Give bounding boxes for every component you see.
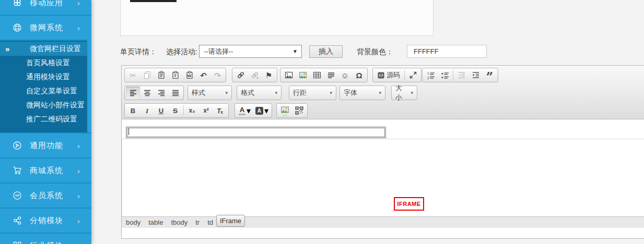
editor-content-area[interactable]: IFRAME IFrame body table tbody tr td xyxy=(122,119,644,228)
unlink-button[interactable] xyxy=(248,69,262,81)
cut-button[interactable]: ✂ xyxy=(126,69,140,81)
qrcode-icon xyxy=(295,106,303,115)
align-center-button[interactable] xyxy=(140,87,154,99)
style-dropdown[interactable]: 样式 ▾ xyxy=(188,86,232,100)
outdent-button[interactable] xyxy=(454,69,469,81)
sidebar-subitem-custom-menu[interactable]: 自定义菜单设置 xyxy=(0,84,87,98)
sidebar-subitem-column-settings[interactable]: » 微官网栏目设置 xyxy=(0,42,87,56)
strikethrough-button[interactable]: S xyxy=(168,104,182,117)
toolbar-row-1: ✂ T W ↶ ↷ xyxy=(122,67,644,83)
double-chevron-icon: » xyxy=(5,42,9,56)
align-center-icon xyxy=(143,89,151,97)
smiley-button[interactable]: ☺ xyxy=(338,69,352,81)
path-item-tr[interactable]: tr xyxy=(195,218,200,226)
link-icon xyxy=(237,71,245,79)
sidebar-submenu: » 微官网栏目设置 首页风格设置 通用模块设置 自定义菜单设置 微网站小部件设置… xyxy=(0,40,87,132)
image-button[interactable] xyxy=(282,69,296,81)
superscript-icon: x² xyxy=(203,107,209,114)
paste-icon xyxy=(157,71,166,79)
path-item-body[interactable]: body xyxy=(126,218,140,226)
sidebar-item-mobile-apps[interactable]: 移动应用 › xyxy=(0,0,91,15)
sidebar-item-distribution-module[interactable]: 分销模块 › xyxy=(0,208,91,233)
align-right-button[interactable] xyxy=(154,87,168,99)
sidebar-subitem-widget[interactable]: 微网站小部件设置 xyxy=(0,98,87,112)
redo-button[interactable]: ↷ xyxy=(210,69,225,81)
link-button[interactable] xyxy=(233,69,248,81)
sidebar-subitem-label: 自定义菜单设置 xyxy=(26,87,77,95)
share-icon xyxy=(13,216,22,225)
bg-color-input[interactable] xyxy=(407,45,487,58)
toolbar-separator xyxy=(404,70,405,80)
sidebar-subitem-qrcode-promo[interactable]: 推广二维码设置 xyxy=(0,112,87,126)
horizontal-rule-button[interactable] xyxy=(324,69,338,81)
element-path-bar: body table tbody tr td xyxy=(122,216,644,228)
superscript-button[interactable]: x² xyxy=(199,104,213,117)
image-slider-button[interactable]: ‹ › xyxy=(278,104,292,117)
qrcode-button[interactable] xyxy=(292,104,306,117)
indent-icon xyxy=(472,71,480,79)
path-item-tbody[interactable]: tbody xyxy=(171,218,188,226)
table-button[interactable] xyxy=(310,69,324,81)
format-dropdown[interactable]: 格式 ▾ xyxy=(237,86,282,100)
sidebar-subitem-home-style[interactable]: 首页风格设置 xyxy=(0,56,87,70)
sidebar-item-member-system[interactable]: VIP 会员系统 › xyxy=(0,182,91,208)
bold-icon: B xyxy=(131,107,135,114)
iframe-tooltip: IFrame xyxy=(216,215,245,227)
special-char-button[interactable]: Ω xyxy=(352,69,366,81)
path-item-table[interactable]: table xyxy=(148,218,163,226)
bg-color-button[interactable]: A ▾ xyxy=(253,104,271,117)
bold-button[interactable]: B xyxy=(126,104,140,117)
page-detail-label: 单页详情： xyxy=(120,47,157,57)
italic-button[interactable]: I xyxy=(140,104,154,117)
chevron-right-icon: › xyxy=(77,241,80,244)
anchor-button[interactable]: ⚑ xyxy=(262,69,276,81)
indent-button[interactable] xyxy=(469,69,483,81)
subscript-button[interactable]: x₂ xyxy=(185,104,199,117)
apps-icon xyxy=(13,0,22,7)
sidebar-item-industry-module[interactable]: 行业模块 › xyxy=(0,233,91,244)
font-size-dropdown[interactable]: 大小 ▾ xyxy=(391,86,417,100)
cropped-dark-element xyxy=(130,0,177,2)
remove-format-sub: x xyxy=(220,109,223,115)
paste-as-text-button[interactable]: T xyxy=(168,69,182,81)
editor-toolbar: ✂ T W ↶ ↷ xyxy=(122,66,644,119)
image-upload-button[interactable] xyxy=(296,69,310,81)
maximize-button[interactable] xyxy=(406,69,420,81)
justify-button[interactable] xyxy=(168,87,182,99)
align-left-button[interactable] xyxy=(126,87,140,99)
select-activity-label: 选择活动: xyxy=(166,47,197,57)
undo-button[interactable]: ↶ xyxy=(196,69,210,81)
sidebar-item-mall-system[interactable]: 商城系统 › xyxy=(0,157,91,182)
paste-button[interactable] xyxy=(154,69,168,81)
sidebar-subitem-common-module[interactable]: 通用模块设置 xyxy=(0,70,87,84)
vip-icon: VIP xyxy=(13,191,22,200)
chevron-right-icon: › xyxy=(77,141,80,150)
copy-button[interactable] xyxy=(140,69,154,81)
sidebar-item-micro-web[interactable]: 微网系统 › xyxy=(0,15,91,40)
font-dropdown[interactable]: 字体 ▾ xyxy=(339,86,385,100)
svg-text:2: 2 xyxy=(427,76,429,80)
iframe-placeholder[interactable]: IFRAME xyxy=(394,197,424,211)
path-item-td[interactable]: td xyxy=(207,218,213,226)
font-dropdown-label: 字体 xyxy=(344,88,357,97)
bulleted-list-button[interactable] xyxy=(438,69,452,81)
toolbar-separator xyxy=(183,105,184,116)
text-color-button[interactable]: A ▾ xyxy=(236,104,253,117)
source-button[interactable]: 源码 xyxy=(374,70,403,80)
paste-from-word-button[interactable]: W xyxy=(182,69,196,81)
line-height-dropdown[interactable]: 行距 ▾ xyxy=(289,86,336,100)
numbered-list-icon: 1 2 xyxy=(427,71,435,79)
insert-group: ☺ Ω xyxy=(280,68,368,82)
activity-select[interactable]: --请选择-- ▼ xyxy=(199,45,302,58)
selected-table-cell[interactable] xyxy=(126,127,386,138)
insert-button[interactable]: 插入 xyxy=(309,45,343,58)
chevron-right-icon: › xyxy=(77,216,80,225)
blockquote-button[interactable]: ” xyxy=(483,69,497,81)
sidebar-item-label: 会员系统 xyxy=(30,191,63,201)
underline-button[interactable]: U xyxy=(154,104,168,117)
sidebar-item-label: 商城系统 xyxy=(30,166,63,176)
sidebar-item-common-functions[interactable]: 通用功能 › xyxy=(0,132,91,157)
remove-format-button[interactable]: Tx xyxy=(213,104,227,117)
numbered-list-button[interactable]: 1 2 xyxy=(424,69,438,81)
source-label: 源码 xyxy=(387,70,400,80)
